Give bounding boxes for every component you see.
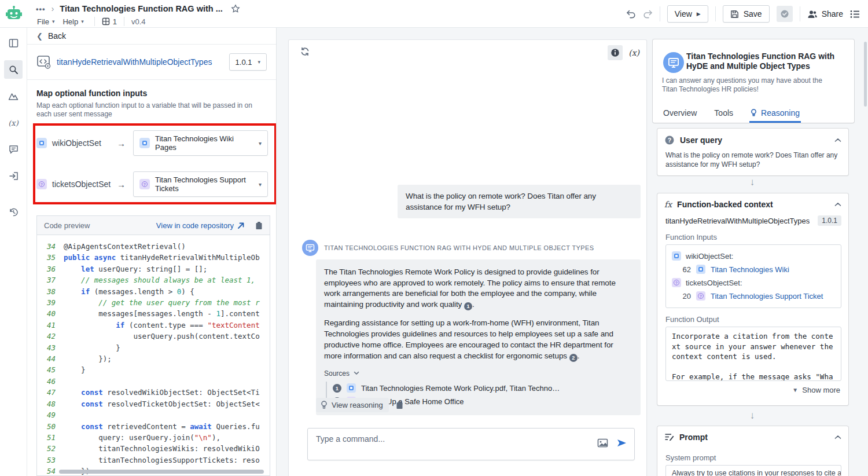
code-line: 48 const resolvedTicketObjectSet: Object… [37, 398, 270, 409]
help-menu[interactable]: Help▾ [61, 16, 87, 27]
selected-object-set: Titan Technologies Wiki Pages [155, 134, 253, 152]
sources-toggle[interactable]: Sources [324, 369, 632, 378]
verified-badge-button[interactable] [777, 6, 793, 22]
code-line: 43 } [37, 342, 270, 353]
object-set-select[interactable]: ?Titan Technologies Support Tickets▾ [133, 171, 268, 197]
chevron-up-icon[interactable] [834, 435, 841, 440]
code-line: 45 } [37, 364, 270, 375]
copy-code-icon[interactable] [255, 221, 263, 230]
tab-reasoning[interactable]: Reasoning [749, 105, 801, 123]
code-preview-title: Code preview [44, 221, 90, 230]
code-line: 52 titanTechnologiesWikis: resolvedWikiO [37, 443, 270, 454]
comments-icon[interactable] [4, 140, 23, 159]
agent-name: Titan Technologies Function RAG with HyD… [686, 52, 848, 71]
command-input[interactable] [316, 434, 547, 444]
view-reasoning-button[interactable]: View reasoning [316, 398, 389, 412]
refresh-icon[interactable] [300, 47, 310, 56]
agent-avatar [663, 52, 684, 73]
divider [660, 6, 660, 21]
agent-info-card: Titan Technologies Function RAG with HyD… [653, 39, 854, 123]
object-set-select[interactable]: Titan Technologies Wiki Pages▾ [133, 130, 268, 156]
topbar: ••• › Titan Technologies Function RAG wi… [0, 0, 868, 28]
code-line: 47 const resolvedWikiObjectSet: ObjectSe… [37, 387, 270, 398]
send-icon[interactable] [616, 438, 627, 448]
code-line: 44 }); [37, 353, 270, 364]
tab-overview[interactable]: Overview [662, 105, 698, 123]
object-count: 20 [682, 292, 691, 301]
external-link-icon [237, 222, 245, 229]
function-config-panel: ❮ Back titanHydeRetrievalWithMultipleObj… [27, 28, 277, 476]
divider [715, 6, 716, 21]
user-query-title: User query [680, 136, 722, 145]
info-button[interactable] [608, 45, 623, 60]
agent-message-paragraph: The Titan Technologies Remote Work Polic… [324, 267, 632, 310]
arrow-right-icon: → [117, 138, 133, 148]
agent-avatar [302, 240, 318, 256]
function-input-name: ticketsObjectSet [52, 180, 117, 189]
grid-icon [102, 17, 110, 25]
function-name-link[interactable]: titanHydeRetrievalWithMultipleObjectType… [57, 57, 212, 67]
chat-panel: (x) What is the policy on remote work? D… [288, 39, 647, 476]
layout-panel-icon[interactable] [4, 34, 23, 52]
variables-toggle-icon[interactable]: (x) [628, 48, 639, 57]
object-set-link[interactable]: Titan Technologies Wiki [711, 265, 789, 274]
line-number: 49 [37, 409, 56, 420]
citation-badge[interactable]: 2 [569, 354, 578, 362]
explore-icon[interactable] [4, 87, 23, 105]
line-number: 53 [37, 455, 56, 466]
file-menu[interactable]: File▾ [36, 16, 58, 27]
line-number: 45 [37, 364, 56, 375]
code-line: 35public async titanHydeRetrievalWithMul… [37, 252, 270, 263]
vertical-scrollbar[interactable] [864, 42, 867, 107]
history-icon[interactable] [4, 203, 23, 221]
code-editor: 34@AipAgentsContextRetrieval()35public a… [36, 235, 270, 476]
system-prompt-label: System prompt [657, 446, 848, 465]
object-set-link[interactable]: Titan Technologies Support Ticket [711, 292, 823, 301]
show-more-button[interactable]: ▼ Show more [657, 381, 848, 394]
robot-logo-icon[interactable] [5, 5, 23, 23]
function-output-label: Function Output [657, 308, 848, 327]
chevron-down-icon: ▼ [792, 387, 798, 393]
code-line: 46 [37, 376, 270, 387]
function-version-badge: 1.0.1 [818, 215, 841, 226]
attach-image-icon[interactable] [597, 438, 608, 448]
overflow-menu-icon[interactable]: ••• [36, 5, 46, 13]
function-icon [36, 54, 52, 69]
save-button[interactable]: Save [723, 5, 770, 23]
line-number: 37 [37, 274, 56, 285]
code-line: 51 query: userQuery.join("\n"), [37, 432, 270, 443]
resource-count[interactable]: 1 [102, 17, 117, 26]
lightbulb-icon [751, 109, 757, 117]
view-button[interactable]: View▶ [667, 5, 708, 23]
agent-message-label: TITAN TECHNOLOGIES FUNCTION RAG WITH HYD… [324, 244, 594, 251]
function-version-select[interactable]: 1.0.1 ▾ [229, 53, 267, 71]
horizontal-scrollbar[interactable] [59, 470, 264, 474]
undo-icon[interactable] [626, 10, 636, 19]
copy-message-icon[interactable] [396, 401, 403, 409]
function-input-name: wikiObjectSet: [686, 252, 733, 261]
svg-text:?: ? [668, 137, 671, 144]
source-row[interactable]: 1Titan Technologies Remote Work Policy.p… [333, 382, 632, 395]
user-query-card: ? User query What is the policy on remot… [657, 129, 848, 175]
back-button[interactable]: ❮ Back [27, 28, 276, 45]
view-in-code-repository-link[interactable]: View in code repository [156, 221, 245, 230]
function-input-name: ticketsObjectSet: [686, 279, 742, 287]
properties-icon[interactable] [850, 10, 860, 19]
function-name: titanHydeRetrievalWithMultipleObjectType… [665, 217, 810, 225]
chevron-up-icon[interactable] [834, 138, 841, 142]
chevron-up-icon[interactable] [834, 202, 841, 207]
agent-paragraphs: The Titan Technologies Remote Work Polic… [324, 267, 632, 362]
share-button[interactable]: Share [807, 9, 843, 19]
function-icon: fx [664, 200, 672, 209]
redo-icon[interactable] [643, 10, 653, 19]
citation-badge[interactable]: 1 [464, 302, 472, 310]
star-icon[interactable] [231, 4, 240, 13]
tab-tools[interactable]: Tools [713, 105, 734, 123]
function-inputs-label: Function Inputs [657, 226, 848, 244]
variables-icon[interactable]: (x) [4, 113, 23, 132]
function-context-title: Function-backed context [677, 200, 773, 209]
search-icon[interactable] [4, 60, 23, 79]
publish-icon[interactable] [4, 167, 23, 185]
citation-badge: 1 [333, 384, 341, 393]
line-number: 50 [37, 421, 56, 432]
